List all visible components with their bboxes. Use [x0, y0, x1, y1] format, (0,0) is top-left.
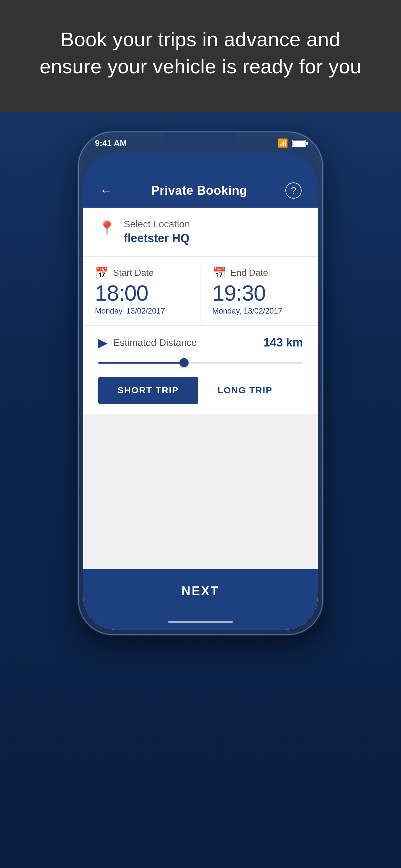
- location-icon: 📍: [98, 220, 116, 237]
- distance-header: ▶ Estimated Distance 143 km: [98, 336, 303, 350]
- distance-left: ▶ Estimated Distance: [98, 336, 197, 350]
- banner-text: Book your trips in advance and ensure yo…: [39, 26, 362, 80]
- top-banner: Book your trips in advance and ensure yo…: [0, 0, 401, 112]
- start-date-header: 📅 Start Date: [95, 267, 189, 279]
- trip-buttons: SHORT TRIP LONG TRIP: [98, 377, 303, 404]
- empty-area: [83, 414, 318, 569]
- start-date-block[interactable]: 📅 Start Date 18:00 Monday, 13/02/2017: [83, 257, 201, 325]
- start-time: 18:00: [95, 282, 189, 304]
- app-title: Private Booking: [151, 184, 247, 197]
- end-date-label: End Date: [230, 268, 268, 278]
- start-day: Monday, 13/02/2017: [95, 306, 189, 315]
- back-button[interactable]: ←: [99, 184, 113, 197]
- slider-fill: [98, 362, 184, 364]
- distance-label: Estimated Distance: [113, 337, 197, 348]
- long-trip-button[interactable]: LONG TRIP: [198, 377, 292, 404]
- date-section: 📅 Start Date 18:00 Monday, 13/02/2017 📅 …: [83, 256, 318, 326]
- slider-thumb[interactable]: [180, 358, 189, 367]
- phone-wrapper: 9:41 AM 📶 ← Private Booking ?: [78, 131, 323, 635]
- start-date-label: Start Date: [113, 268, 154, 278]
- next-section: NEXT: [83, 569, 318, 614]
- end-day: Monday, 13/02/2017: [212, 306, 306, 315]
- battery-fill: [293, 141, 305, 146]
- start-calendar-icon: 📅: [95, 267, 109, 279]
- phone-outer: 9:41 AM 📶 ← Private Booking ?: [78, 131, 323, 635]
- location-content: Select Location fleetster HQ: [124, 219, 190, 245]
- location-section[interactable]: 📍 Select Location fleetster HQ: [83, 208, 318, 256]
- status-right: 📶: [278, 138, 306, 148]
- app-content: 📍 Select Location fleetster HQ 📅 Start D…: [83, 208, 318, 630]
- end-calendar-icon: 📅: [212, 267, 226, 279]
- status-bar: 9:41 AM 📶: [95, 138, 306, 148]
- distance-section: ▶ Estimated Distance 143 km SHORT TRIP: [83, 326, 318, 414]
- end-date-header: 📅 End Date: [212, 267, 306, 279]
- distance-value: 143 km: [264, 336, 303, 349]
- help-icon: ?: [291, 185, 297, 196]
- end-time: 19:30: [212, 282, 306, 304]
- home-indicator: [83, 614, 318, 630]
- slider-track: [98, 362, 303, 364]
- location-value: fleetster HQ: [124, 231, 190, 245]
- status-time: 9:41 AM: [95, 138, 127, 148]
- help-button[interactable]: ?: [285, 182, 302, 198]
- next-button[interactable]: NEXT: [83, 569, 318, 614]
- wifi-icon: 📶: [278, 138, 288, 148]
- app-header: ← Private Booking ?: [83, 153, 318, 208]
- navigation-icon: ▶: [98, 336, 107, 350]
- short-trip-button[interactable]: SHORT TRIP: [98, 377, 198, 404]
- end-date-block[interactable]: 📅 End Date 19:30 Monday, 13/02/2017: [201, 257, 318, 325]
- home-bar: [168, 621, 233, 623]
- location-label: Select Location: [124, 219, 190, 229]
- battery-icon: [292, 140, 306, 147]
- phone-screen: ← Private Booking ? 📍 Select Location fl…: [83, 153, 318, 630]
- distance-slider-container[interactable]: [98, 358, 303, 368]
